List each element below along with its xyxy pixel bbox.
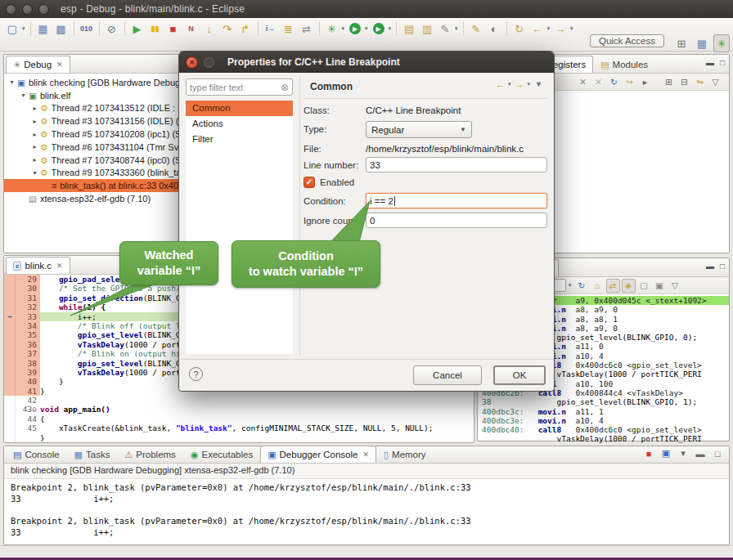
console-output[interactable]: Breakpoint 2, blink_task (pvParameter=0x… bbox=[4, 479, 729, 542]
suspend-icon[interactable]: ▮▮ bbox=[146, 20, 164, 38]
chevron-down-icon[interactable]: ▾ bbox=[569, 282, 572, 289]
refresh-icon[interactable]: ↻ bbox=[575, 279, 589, 293]
tab-memory[interactable]: ▯Memory bbox=[376, 446, 434, 463]
tab-debugger-console[interactable]: ▣Debugger Console✕ bbox=[260, 446, 376, 463]
clear-filter-icon[interactable]: ⊗ bbox=[281, 82, 289, 93]
window-maximize-button[interactable] bbox=[38, 4, 49, 15]
ok-button[interactable]: OK bbox=[493, 365, 546, 385]
expand-all-icon[interactable]: ⊞ bbox=[662, 75, 676, 89]
mark-occurrences-icon[interactable]: ✎ bbox=[467, 20, 485, 38]
cpp-perspective-icon[interactable]: ▦ bbox=[693, 34, 711, 52]
cancel-button[interactable]: Cancel bbox=[413, 365, 482, 385]
cast-to-type-icon[interactable]: ↬ bbox=[693, 75, 707, 89]
code-line[interactable]: 43⊖void app_main() bbox=[4, 405, 474, 414]
window-minimize-button[interactable] bbox=[22, 4, 33, 15]
maximize-icon[interactable]: □ bbox=[720, 262, 725, 271]
last-edit-location-icon[interactable]: ↻ bbox=[510, 20, 528, 38]
chevron-down-icon[interactable]: ▾ bbox=[389, 25, 392, 32]
minimize-icon[interactable]: ▬ bbox=[706, 58, 714, 67]
chevron-down-icon[interactable]: ▾ bbox=[455, 25, 458, 32]
close-icon[interactable]: ✕ bbox=[56, 60, 63, 69]
step-into-icon[interactable]: ↓ bbox=[200, 20, 218, 38]
disconnect-icon[interactable]: N bbox=[182, 20, 200, 38]
debug-perspective-icon[interactable]: ✳ bbox=[713, 34, 730, 52]
tab-tasks[interactable]: ▦Tasks bbox=[67, 446, 118, 463]
run-config-icon[interactable]: ▶ bbox=[346, 20, 364, 38]
tab-executables[interactable]: ◉Executables bbox=[183, 446, 260, 463]
forward-icon[interactable]: → bbox=[515, 79, 524, 89]
tab-modules[interactable]: ▤ Modules bbox=[593, 56, 655, 73]
back-icon[interactable]: ← bbox=[528, 20, 546, 38]
help-icon[interactable]: ? bbox=[189, 367, 203, 381]
pointer-icon[interactable]: ▸ bbox=[638, 75, 652, 89]
condition-input[interactable]: i == 2 bbox=[366, 193, 547, 208]
display-console-icon[interactable]: ▣ bbox=[659, 448, 672, 459]
step-return-icon[interactable]: ↱ bbox=[236, 20, 254, 38]
terminate-icon[interactable]: ■ bbox=[164, 20, 182, 38]
dialog-close-button[interactable]: ✕ bbox=[186, 56, 198, 69]
expand-arrow-icon[interactable]: ▸ bbox=[30, 105, 39, 112]
external-tools-icon[interactable]: ▶ bbox=[370, 20, 388, 38]
instruction-stepping-icon[interactable]: i→ bbox=[262, 20, 280, 38]
reverse-debug-icon[interactable]: ⇄ bbox=[298, 20, 316, 38]
pin-icon[interactable]: ▣ bbox=[653, 279, 667, 293]
step-over-icon[interactable]: ↷ bbox=[218, 20, 236, 38]
maximize-icon[interactable]: □ bbox=[720, 58, 725, 67]
minimize-icon[interactable]: ▬ bbox=[706, 262, 714, 271]
back-icon[interactable]: ← bbox=[496, 79, 505, 89]
expand-arrow-icon[interactable]: ▾ bbox=[7, 78, 16, 86]
tab-problems[interactable]: ⚠Problems bbox=[117, 446, 182, 463]
code-line[interactable]: } bbox=[4, 433, 474, 442]
open-perspective-icon[interactable]: ⊞ bbox=[672, 34, 690, 52]
collapse-all-icon[interactable]: ⊟ bbox=[677, 75, 691, 89]
chevron-down-icon[interactable]: ▾ bbox=[365, 25, 368, 32]
refresh-icon[interactable]: ↻ bbox=[607, 75, 621, 89]
expand-arrow-icon[interactable]: ▸ bbox=[30, 143, 39, 150]
home-icon[interactable]: ⌂ bbox=[591, 279, 605, 293]
code-line[interactable]: 45 xTaskCreate(&blink_task, "blink_task"… bbox=[4, 423, 474, 432]
line-number-input[interactable]: 33 bbox=[366, 157, 547, 172]
open-project-icon[interactable]: ▤ bbox=[400, 20, 418, 38]
resume-icon[interactable]: ▶ bbox=[128, 20, 146, 38]
view-menu-icon[interactable]: ▽ bbox=[668, 279, 682, 293]
debug-config-icon[interactable]: ✳ bbox=[323, 20, 341, 38]
view-menu-icon[interactable]: ▽ bbox=[708, 75, 722, 89]
filter-input[interactable]: type filter text ⊗ bbox=[186, 78, 293, 96]
dialog-nav-actions[interactable]: Actions bbox=[186, 116, 293, 132]
terminate-icon[interactable]: ■ bbox=[642, 449, 655, 459]
binary-file-icon[interactable]: 010 bbox=[78, 20, 96, 38]
import-icon[interactable]: ↪ bbox=[623, 75, 636, 89]
chevron-down-icon[interactable]: ▾ bbox=[547, 25, 551, 32]
dialog-window-button[interactable] bbox=[204, 57, 214, 68]
skip-breakpoints-icon[interactable]: ⊘ bbox=[103, 20, 121, 38]
new-wizard-icon[interactable]: ▢ bbox=[3, 20, 21, 38]
quick-access-button[interactable]: Quick Access bbox=[590, 34, 664, 47]
link-with-editor-icon[interactable]: ◐ bbox=[485, 20, 503, 38]
close-icon[interactable]: ✕ bbox=[56, 262, 63, 270]
tab-console[interactable]: ▤Console bbox=[6, 446, 67, 463]
show-source-icon[interactable]: ⇄ bbox=[606, 279, 620, 293]
open-type-icon[interactable]: ▥ bbox=[418, 20, 436, 38]
chevron-down-icon[interactable]: ▾ bbox=[22, 25, 25, 32]
window-close-button[interactable] bbox=[6, 4, 16, 15]
code-line[interactable]: 44{ bbox=[4, 414, 474, 423]
minimize-icon[interactable]: ▬ bbox=[694, 449, 707, 459]
dialog-nav-filter[interactable]: Filter bbox=[186, 132, 293, 147]
tab-debug[interactable]: ✳ Debug ✕ bbox=[6, 56, 70, 73]
chevron-down-icon[interactable]: ▾ bbox=[570, 25, 573, 32]
show-debug-columns-icon[interactable]: ≣ bbox=[280, 20, 298, 38]
console-dropdown-icon[interactable]: ▾ bbox=[677, 448, 690, 459]
forward-icon[interactable]: → bbox=[551, 20, 569, 38]
view-menu-icon[interactable]: ▼ bbox=[535, 80, 542, 88]
expand-arrow-icon[interactable]: ▾ bbox=[19, 92, 28, 99]
expand-arrow-icon[interactable]: ▸ bbox=[30, 131, 39, 138]
open-new-view-icon[interactable]: ▢ bbox=[637, 279, 651, 293]
expand-arrow-icon[interactable]: ▸ bbox=[30, 118, 39, 125]
ignore-count-input[interactable]: 0 bbox=[366, 213, 547, 228]
save-all-icon[interactable]: ▩ bbox=[52, 20, 70, 38]
close-icon[interactable]: ✕ bbox=[362, 450, 369, 459]
sync-selection-icon[interactable]: ◈ bbox=[622, 279, 636, 293]
tab-blink-c[interactable]: c blink.c ✕ bbox=[6, 257, 70, 274]
type-select[interactable]: Regular ▼ bbox=[366, 121, 472, 138]
code-line[interactable]: 42 bbox=[4, 396, 474, 405]
